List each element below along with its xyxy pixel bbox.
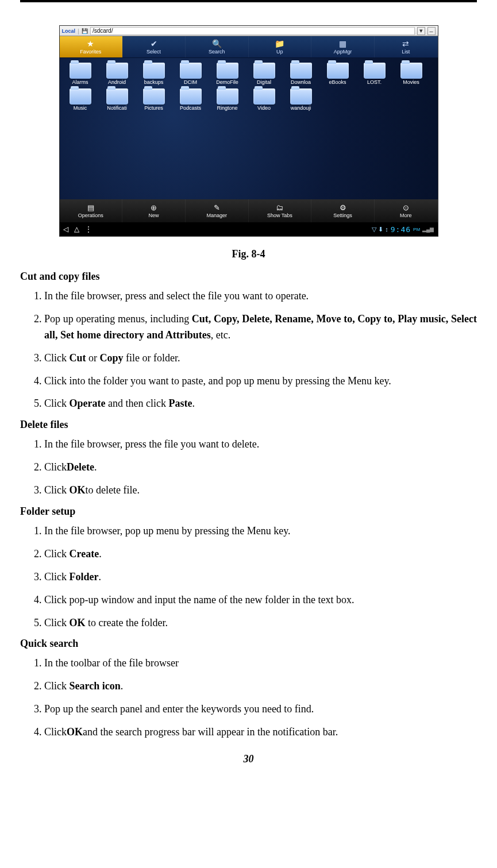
storage-icon: 💾 xyxy=(82,28,88,34)
folder-item[interactable]: LOST. xyxy=(357,63,392,85)
folder-item[interactable]: DemoFile xyxy=(210,63,245,85)
folder-item[interactable]: Music xyxy=(63,88,98,111)
folder-item[interactable]: Downloa xyxy=(284,63,318,85)
folder-label: Ringtone xyxy=(210,106,245,111)
steps-quicksearch: In the toolbar of the file browserClick … xyxy=(20,655,477,740)
step-text: to delete file. xyxy=(86,484,140,496)
toolbar-favorites-button[interactable]: ★Favorites xyxy=(60,36,123,57)
step-text: In the file browser, press the file you … xyxy=(44,438,259,450)
step-bold-text: Search icon xyxy=(70,680,121,692)
folder-label: DCIM xyxy=(174,80,208,85)
folder-item[interactable]: Pictures xyxy=(137,88,171,111)
folder-item[interactable]: DCIM xyxy=(174,63,208,85)
folder-label: wandouji xyxy=(284,106,318,111)
bottombar-show-tabs-button[interactable]: 🗂Show Tabs xyxy=(249,199,312,222)
bottombar-label: More xyxy=(400,213,412,218)
step-text: In the file browser, press and select th… xyxy=(44,290,309,302)
list-icon: ⇄ xyxy=(402,40,409,48)
folder-item[interactable]: backups xyxy=(137,63,171,85)
folder-item[interactable]: Video xyxy=(247,88,282,111)
folder-item[interactable]: Podcasts xyxy=(174,88,208,111)
step-item: Click pop-up window and input the name o… xyxy=(44,592,477,608)
select-icon: ✔ xyxy=(151,40,157,48)
bottombar-settings-button[interactable]: ⚙Settings xyxy=(311,199,375,222)
path-input[interactable]: /sdcard/ xyxy=(90,27,415,35)
folder-label: Alarms xyxy=(63,80,98,85)
step-text: Click xyxy=(44,680,70,692)
page-top-rule xyxy=(20,0,477,2)
toolbar-up-button[interactable]: 📁Up xyxy=(249,36,312,57)
step-bold-text: OK xyxy=(70,617,86,628)
bottombar-manager-button[interactable]: ✎Manager xyxy=(186,199,249,222)
step-text: Click pop-up window and input the name o… xyxy=(44,594,354,605)
step-text: Click xyxy=(44,617,70,628)
step-text: Click xyxy=(44,398,70,409)
folder-item[interactable]: Ringtone xyxy=(210,88,245,111)
folder-item[interactable]: wandouji xyxy=(284,88,318,111)
section-title-quicksearch: Quick search xyxy=(20,638,477,650)
toolbar-search-button[interactable]: 🔍Search xyxy=(186,36,249,57)
step-item: Click Create. xyxy=(44,546,477,562)
bottombar-label: Settings xyxy=(333,213,352,218)
step-text: Click xyxy=(44,571,70,582)
toolbar-select-button[interactable]: ✔Select xyxy=(122,36,186,57)
nav-button[interactable]: ⋮ xyxy=(85,225,92,233)
section-title-delete: Delete files xyxy=(20,419,477,431)
folder-label: Video xyxy=(247,106,282,111)
folder-label: Podcasts xyxy=(174,106,208,111)
step-item: Pop up the search panel and enter the ke… xyxy=(44,701,477,717)
folder-item[interactable]: eBooks xyxy=(321,63,355,85)
nav-button[interactable]: ◁ xyxy=(63,225,68,233)
toolbar-appmgr-button[interactable]: ▦AppMgr xyxy=(311,36,375,57)
folder-item[interactable]: Notificati xyxy=(100,88,134,111)
folder-item[interactable]: Alarms xyxy=(63,63,98,85)
folder-icon xyxy=(253,63,275,79)
folder-item[interactable]: Android xyxy=(100,63,134,85)
section-title-foldersetup: Folder setup xyxy=(20,506,477,518)
folder-icon xyxy=(290,88,312,105)
step-text: . xyxy=(99,548,102,560)
minimize-button[interactable]: – xyxy=(427,27,436,35)
step-bold-text: Operate xyxy=(70,398,106,409)
folder-item[interactable]: Movies xyxy=(394,63,429,85)
top-toolbar: ★Favorites✔Select🔍Search📁Up▦AppMgr⇄List xyxy=(60,36,438,58)
folder-label: Pictures xyxy=(137,106,171,111)
step-item: Click OKto delete file. xyxy=(44,483,477,499)
folder-item[interactable]: Digital xyxy=(247,63,282,85)
step-text: file or folder. xyxy=(124,352,180,364)
step-item: In the file browser, press and select th… xyxy=(44,288,477,304)
step-item: Click Cut or Copy file or folder. xyxy=(44,350,477,367)
folder-icon xyxy=(106,63,128,79)
path-text: /sdcard/ xyxy=(93,28,113,34)
step-item: In the file browser, pop up menu by pres… xyxy=(44,523,477,539)
folder-label: eBooks xyxy=(321,80,355,85)
nav-button[interactable]: △ xyxy=(74,225,79,233)
step-item: ClickOKand the search progress bar will … xyxy=(44,724,477,740)
page-number: 30 xyxy=(20,753,477,765)
signal-icon: ▂▄▆ xyxy=(422,226,434,232)
manager-icon: ✎ xyxy=(214,204,220,211)
folder-label: DemoFile xyxy=(210,80,245,85)
step-bold-text: Copy xyxy=(100,352,124,364)
dropdown-button[interactable]: ▾ xyxy=(417,27,425,35)
folder-icon xyxy=(180,88,202,105)
steps-delete: In the file browser, press the file you … xyxy=(20,437,477,499)
bottombar-more-button[interactable]: ⊙More xyxy=(375,199,438,222)
folder-label: Notificati xyxy=(100,106,134,111)
toolbar-list-button[interactable]: ⇄List xyxy=(375,36,438,57)
step-text: In the toolbar of the file browser xyxy=(44,657,179,669)
search-icon: 🔍 xyxy=(212,40,222,48)
step-text: and the search progress bar will appear … xyxy=(83,726,338,738)
bottombar-operations-button[interactable]: ▤Operations xyxy=(60,199,123,222)
folder-icon xyxy=(70,88,91,105)
folder-icon xyxy=(143,88,165,105)
bottombar-new-button[interactable]: ⊕New xyxy=(122,199,186,222)
toolbar-label: Favorites xyxy=(80,49,101,55)
step-text: . xyxy=(94,461,97,473)
address-bar: Local | 💾 /sdcard/ ▾ – xyxy=(60,26,438,36)
step-text: to create the folder. xyxy=(86,617,168,628)
step-text: Click xyxy=(44,484,70,496)
folder-label: Android xyxy=(100,80,134,85)
step-bold-text: Delete xyxy=(67,461,94,473)
bottombar-label: Operations xyxy=(78,213,103,218)
